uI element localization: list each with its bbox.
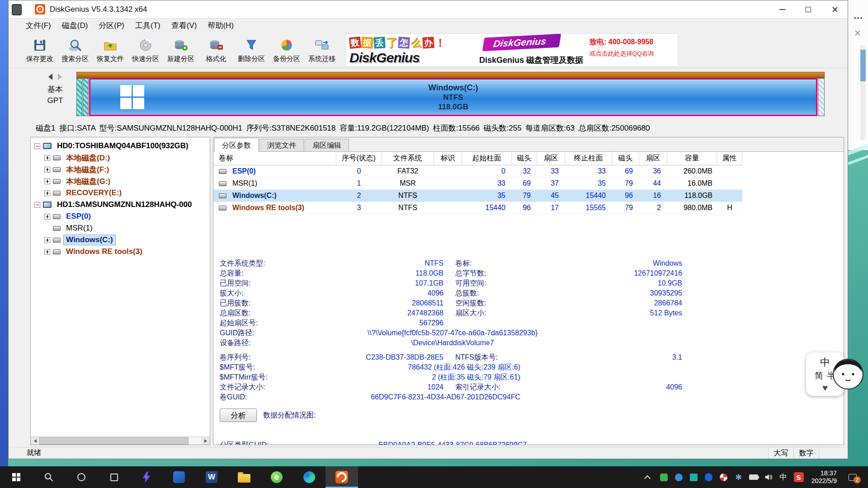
- analyze-button[interactable]: 分析: [220, 408, 257, 422]
- tab-sector-edit[interactable]: 扇区编辑: [305, 139, 349, 151]
- tree-item-windows-c[interactable]: Windows(C:): [31, 234, 210, 246]
- col-end-sector[interactable]: 扇区: [639, 152, 667, 165]
- ad-qq-link[interactable]: 或点击此处选择QQ咨询: [590, 50, 678, 58]
- tree-item-recovery-e[interactable]: RECOVERY(E:): [31, 187, 210, 199]
- toolbar-recover-files[interactable]: 恢复文件: [93, 33, 128, 67]
- taskbar-app-word[interactable]: W: [195, 466, 228, 488]
- tray-teal-app-icon[interactable]: [689, 472, 698, 482]
- menu-partition[interactable]: 分区(P): [93, 20, 130, 31]
- table-row-msr[interactable]: MSR(1) 1 MSR 33 69 37 35 79 44 16.0MB: [213, 178, 742, 190]
- table-row-windows-c[interactable]: Windows(C:) 2 NTFS 35 79 45 15440 96 16 …: [213, 190, 742, 202]
- expand-icon[interactable]: [44, 167, 50, 173]
- partition-windows-segment[interactable]: Windows(C:) NTFS 118.0GB: [89, 78, 817, 116]
- tree-item-local-d[interactable]: 本地磁盘(D:): [31, 152, 210, 164]
- expand-icon[interactable]: [44, 237, 50, 243]
- col-seq[interactable]: 序号(状态): [336, 152, 382, 165]
- ime-lang-indicator[interactable]: 中: [820, 356, 830, 369]
- toolbar-search-partition[interactable]: 搜索分区: [57, 33, 93, 67]
- close-button[interactable]: [821, 0, 848, 18]
- taskbar-app-diskgenius[interactable]: [326, 466, 358, 488]
- tree-item-hd1[interactable]: HD1:SAMSUNGMZNLN128HAHQ-000: [31, 199, 210, 211]
- collapse-icon[interactable]: [34, 143, 40, 149]
- taskbar-app-green-browser[interactable]: e: [260, 466, 293, 488]
- toolbar-save-changes[interactable]: 保存更改: [22, 33, 57, 67]
- scrollbar-track[interactable]: [39, 437, 201, 445]
- expand-icon[interactable]: [44, 178, 50, 184]
- taskbar-file-explorer[interactable]: [228, 466, 260, 488]
- more-icon[interactable]: [854, 17, 862, 19]
- scroll-right-button[interactable]: [201, 437, 210, 445]
- col-end-cylinder[interactable]: 终止柱面: [565, 152, 612, 165]
- tray-expand-chevron-icon[interactable]: [643, 472, 652, 482]
- cortana-button[interactable]: [65, 466, 98, 488]
- tree-item-esp[interactable]: ESP(0): [31, 211, 210, 222]
- close-icon[interactable]: [854, 30, 861, 36]
- tree-item-windows-re[interactable]: Windows RE tools(3): [31, 246, 210, 258]
- tray-snowflake-icon[interactable]: [734, 472, 743, 482]
- scrollbar-thumb[interactable]: [39, 437, 189, 445]
- table-row-windows-re[interactable]: Windows RE tools(3) 3 NTFS 15440 96 17 1…: [213, 202, 742, 214]
- tab-browse-files[interactable]: 浏览文件: [259, 139, 304, 151]
- expand-icon[interactable]: [44, 249, 50, 255]
- col-filesystem[interactable]: 文件系统: [382, 152, 434, 165]
- maximize-button[interactable]: [795, 0, 821, 18]
- taskbar-app-blue[interactable]: [163, 466, 195, 488]
- expand-icon[interactable]: [44, 155, 50, 161]
- col-capacity[interactable]: 容量: [667, 152, 717, 165]
- collapse-icon[interactable]: [34, 202, 40, 208]
- disk-band[interactable]: [76, 72, 825, 78]
- toolbar-format[interactable]: 格式化: [198, 33, 234, 67]
- toolbar-delete-partition[interactable]: 删除分区: [234, 33, 269, 67]
- prev-disk-arrow-icon[interactable]: [48, 74, 52, 80]
- menu-disk[interactable]: 磁盘(D): [57, 20, 94, 31]
- next-disk-arrow-icon[interactable]: [58, 74, 62, 80]
- start-button[interactable]: [0, 466, 33, 488]
- expand-icon[interactable]: [44, 214, 50, 220]
- col-start-head[interactable]: 磁头: [512, 152, 537, 165]
- tree-item-local-g[interactable]: 本地磁盘(G:): [31, 175, 210, 187]
- taskbar-clock[interactable]: 18:37 2022/5/9: [811, 469, 837, 485]
- heart-icon[interactable]: [822, 383, 828, 393]
- partition-msr-segment[interactable]: [83, 78, 89, 116]
- titlebar[interactable]: DiskGenius V5.4.3.1342 x64: [9, 0, 848, 19]
- tray-pinwheel-icon[interactable]: [719, 472, 728, 482]
- volume-icon[interactable]: [764, 472, 773, 482]
- tree-horizontal-scrollbar[interactable]: [31, 436, 210, 445]
- table-row-esp[interactable]: ESP(0) 0 FAT32 0 32 33 33 69 36 260.0MB: [213, 165, 742, 178]
- menu-view[interactable]: 查看(V): [166, 20, 203, 31]
- table-header[interactable]: 卷标 序号(状态) 文件系统 标识 起始柱面 磁头 扇区 终止柱面 磁头 扇区 …: [213, 152, 742, 165]
- scrollbar-thumb[interactable]: [860, 50, 866, 81]
- taskbar-search-button[interactable]: [33, 466, 65, 488]
- taskbar-app-lightning[interactable]: [130, 466, 163, 488]
- expand-icon[interactable]: [44, 190, 50, 196]
- tree-item-hd0[interactable]: HD0:TOSHIBAMQ04ABF100(932GB): [31, 140, 210, 152]
- resize-grip[interactable]: [819, 447, 848, 459]
- col-start-cylinder[interactable]: 起始柱面: [462, 152, 512, 165]
- toolbar-backup-partition[interactable]: 备份分区: [269, 33, 304, 67]
- col-start-sector[interactable]: 扇区: [537, 152, 565, 165]
- menu-file[interactable]: 文件(F): [20, 20, 57, 31]
- partition-winre-segment[interactable]: [818, 78, 825, 116]
- scroll-left-button[interactable]: [31, 437, 39, 445]
- ime-simplified-indicator[interactable]: 简: [815, 370, 823, 382]
- taskbar-app-edge[interactable]: [293, 466, 326, 488]
- minimize-button[interactable]: [769, 0, 795, 18]
- menu-help[interactable]: 帮助(H): [202, 20, 239, 31]
- floating-tab-icon[interactable]: [12, 4, 22, 15]
- ime-indicator[interactable]: 中: [779, 472, 788, 482]
- tree-item-local-f[interactable]: 本地磁盘(F:): [31, 164, 210, 175]
- toolbar-quick-partition[interactable]: 快速分区: [128, 33, 163, 67]
- toolbar-new-partition[interactable]: 新建分区: [163, 33, 198, 67]
- promo-banner[interactable]: 数 据 丢 了 怎 么 办 ！ DiskGenius DiskGenius Di…: [345, 33, 678, 67]
- partition-esp-segment[interactable]: [76, 78, 82, 116]
- tree-item-msr[interactable]: MSR(1): [31, 222, 210, 234]
- task-view-button[interactable]: [98, 466, 130, 488]
- background-scrollbar[interactable]: [860, 45, 866, 140]
- col-flag[interactable]: 标识: [434, 152, 462, 165]
- tray-blue-app-icon[interactable]: [675, 472, 684, 482]
- menu-tools[interactable]: 工具(T): [130, 20, 166, 31]
- col-end-head[interactable]: 磁头: [612, 152, 639, 165]
- col-volume-label[interactable]: 卷标: [213, 152, 336, 165]
- toolbar-system-migration[interactable]: 系统迁移: [304, 33, 340, 67]
- col-attributes[interactable]: 属性: [717, 152, 742, 165]
